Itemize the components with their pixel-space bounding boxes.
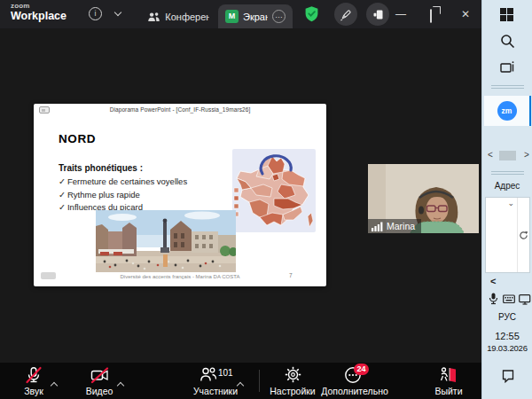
gear-icon	[285, 366, 301, 383]
slide-number: 7	[289, 272, 293, 278]
audio-button[interactable]	[25, 366, 43, 387]
slide-list-title: Traits phonétiques :	[59, 163, 143, 173]
tab-screen-label: Экран	[243, 12, 268, 22]
action-center-icon[interactable]	[501, 369, 515, 383]
address-go-button[interactable]	[518, 228, 529, 244]
minimize-button[interactable]: —	[395, 8, 406, 20]
maximize-button[interactable]	[430, 10, 432, 22]
refresh-arrow-icon	[519, 231, 528, 240]
pencil-icon	[340, 8, 353, 21]
search-icon[interactable]	[500, 34, 515, 49]
notifications-badge: 24	[354, 364, 369, 375]
slide-bullet-list: ✓Fermeture de certaines voyelles ✓Rythme…	[59, 176, 187, 215]
touch-keyboard-tray-icon[interactable]	[503, 294, 515, 304]
camera-off-icon	[90, 367, 109, 384]
participant-video-tile[interactable]: Marina	[368, 164, 479, 233]
france-map-image	[232, 149, 316, 232]
more-label: Дополнительно	[309, 386, 401, 396]
check-icon: ✓	[59, 190, 66, 200]
close-button[interactable]: ✕	[461, 8, 470, 20]
chevron-down-icon[interactable]	[114, 9, 121, 16]
annotate-pencil-button[interactable]	[334, 3, 357, 26]
address-toolbar[interactable]: ⌄	[485, 197, 530, 273]
display-network-tray-icon[interactable]	[519, 294, 532, 305]
address-dropdown-icon[interactable]: ⌄	[507, 199, 514, 207]
bullet-text: Rythme plus rapide	[67, 190, 140, 200]
leave-room-button[interactable]	[366, 3, 389, 26]
slide-heading: NORD	[59, 132, 96, 145]
settings-button[interactable]	[285, 366, 301, 387]
leave-button[interactable]	[438, 366, 458, 387]
meeting-controls-toolbar: Звук Видео 101 Участники	[0, 363, 481, 399]
participant-name-tag: Marina	[368, 219, 421, 233]
security-shield-icon[interactable]	[304, 5, 319, 27]
check-icon: ✓	[59, 202, 66, 212]
meeting-badge: M	[225, 10, 239, 23]
participants-button[interactable]	[200, 366, 217, 387]
zoom-workplace-logo: zoom Workplace	[11, 3, 66, 22]
windows-logo-icon	[500, 8, 506, 14]
clock-time: 12:55	[482, 331, 532, 341]
check-icon: ✓	[59, 176, 66, 186]
windows-taskbar: zm < > Адрес ⌄ <	[481, 0, 532, 399]
show-hidden-icons-chevron[interactable]: <	[490, 276, 496, 286]
zoom-workplace-window: zoom Workplace i Конферен M Экран …	[0, 0, 532, 399]
address-toolbar-label: Адрес	[482, 181, 532, 191]
tab-conference-label: Конферен	[165, 12, 209, 22]
video-label: Видео	[73, 386, 126, 396]
taskbar-scrollbar-thumb[interactable]	[499, 151, 516, 160]
presenter-toolbar-icon[interactable]	[39, 106, 50, 113]
powerpoint-window-title: Diaporama PowerPoint - [Conf_IF-Russia_1…	[34, 104, 326, 113]
lille-square-photo	[96, 210, 236, 272]
taskbar-separator	[491, 85, 524, 89]
participants-icon	[200, 366, 217, 383]
slideshow-controls[interactable]	[41, 272, 56, 279]
zoom-app-icon: zm	[497, 101, 517, 121]
people-icon	[147, 11, 160, 23]
info-icon[interactable]: i	[89, 7, 102, 20]
participants-count: 101	[218, 368, 233, 378]
video-button[interactable]	[90, 367, 109, 387]
taskbar-clock[interactable]: 12:55 19.03.2026	[482, 331, 532, 353]
brand-zoom: zoom	[11, 3, 66, 10]
title-bar: zoom Workplace i Конферен M Экран …	[0, 0, 481, 28]
powerpoint-titlebar: Diaporama PowerPoint - [Conf_IF-Russia_1…	[34, 104, 326, 115]
exit-door-icon	[438, 366, 458, 384]
microphone-tray-icon[interactable]	[489, 293, 498, 305]
zoom-app-taskbar-button[interactable]: zm	[484, 96, 531, 126]
start-button[interactable]	[500, 8, 513, 21]
tab-conference[interactable]: Конферен	[140, 4, 216, 28]
participant-name: Marina	[387, 221, 415, 231]
clock-date: 19.03.2026	[482, 343, 532, 353]
scroll-left-arrow[interactable]: <	[488, 150, 493, 160]
bullet-text: Fermeture de certaines voyelles	[67, 176, 187, 186]
connection-signal-icon	[372, 222, 383, 231]
microphone-muted-icon	[25, 366, 43, 384]
bullet-item: ✓Fermeture de certaines voyelles	[59, 176, 187, 189]
restore-icon	[430, 9, 432, 23]
language-indicator[interactable]: РУС	[482, 312, 532, 322]
taskbar-separator	[491, 171, 524, 175]
tab-screen-share[interactable]: M Экран …	[218, 4, 293, 28]
task-view-icon[interactable]	[500, 61, 515, 74]
audio-label: Звук	[7, 386, 60, 396]
slide-footer-text: Diversité des accents français - Marina …	[34, 274, 326, 279]
scroll-right-arrow[interactable]: >	[524, 150, 529, 160]
leave-label: Выйти	[421, 386, 476, 396]
powerpoint-window[interactable]: Diaporama PowerPoint - [Conf_IF-Russia_1…	[34, 104, 326, 286]
shared-screen-area: Diaporama PowerPoint - [Conf_IF-Russia_1…	[0, 28, 481, 363]
brand-workplace: Workplace	[11, 11, 66, 22]
bullet-item: ✓Rythme plus rapide	[59, 189, 187, 202]
participants-label: Участники	[176, 386, 255, 396]
tab-more-icon[interactable]: …	[272, 10, 286, 23]
door-exit-icon	[372, 8, 385, 21]
